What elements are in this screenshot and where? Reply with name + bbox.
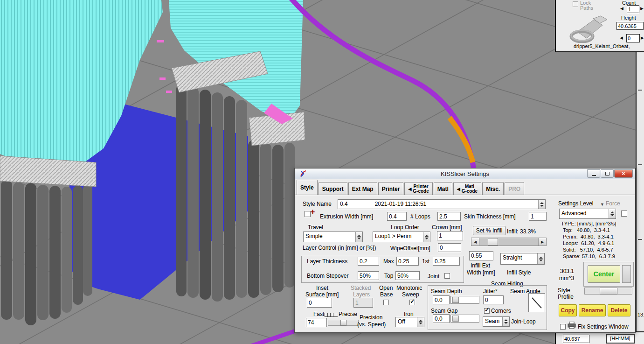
crown-input[interactable] (437, 231, 463, 240)
precision-input[interactable] (306, 318, 327, 327)
corners-checkbox[interactable]: ✓ (484, 308, 490, 314)
spinner-icon[interactable] (537, 253, 544, 264)
tab-printer-gcode[interactable]: ◀ PrinterG-code (404, 182, 432, 195)
fix-settings-checkbox[interactable] (560, 324, 566, 330)
fast-label: Fast (313, 311, 324, 317)
wipe-offset-input[interactable] (438, 243, 461, 252)
spinner-icon[interactable] (417, 317, 424, 327)
total-height-input[interactable] (563, 335, 589, 343)
count-decrement-icon[interactable]: ◀ (620, 6, 623, 11)
joint-checkbox[interactable] (444, 273, 450, 279)
center-button[interactable]: Center (588, 265, 620, 283)
profile-scrollbar-thumb[interactable] (600, 288, 617, 295)
infill-percent-label: Infill: 33.3% (507, 228, 536, 235)
travel-select[interactable]: Simple (303, 232, 363, 242)
infill-style-value: Straight (501, 253, 537, 264)
tab-separator-line (295, 195, 635, 195)
minimize-button[interactable] (587, 169, 600, 178)
precision-slider-thumb[interactable] (340, 320, 346, 326)
copy-button[interactable]: Copy (559, 304, 577, 316)
skin-thickness-input[interactable] (529, 212, 547, 221)
infill-style-select[interactable]: Straight (500, 253, 545, 265)
loop-order-select[interactable]: Loop1 > Perim (373, 232, 430, 242)
speed-line-sparse: Sparse: 57.10, 6.3-7.9 (563, 253, 615, 260)
iron-value: Off (396, 317, 417, 327)
top-stepover-input[interactable] (395, 271, 420, 280)
lock-paths-checkbox[interactable] (573, 1, 578, 7)
maximize-button[interactable] (601, 169, 614, 178)
spinner-icon[interactable] (609, 209, 616, 218)
rename-button[interactable]: Rename (579, 304, 606, 316)
tab-matl-gcode[interactable]: ◀ MatlG-code (453, 182, 481, 195)
spinner-icon[interactable] (538, 200, 545, 209)
settings-level-checkbox[interactable] (621, 211, 627, 217)
center-side-scrollbar[interactable] (622, 265, 631, 283)
num-loops-input[interactable] (437, 212, 461, 221)
iron-label: Iron (404, 311, 414, 317)
iron-select[interactable]: Off (395, 317, 424, 327)
jitter-label: Jitter° (483, 288, 498, 295)
tab-style[interactable]: Style (297, 180, 318, 195)
speed-line-top: Top: 40.80, 3.3-4.1 (563, 227, 610, 233)
extrusion-width-input[interactable] (387, 212, 407, 221)
style-name-select[interactable]: 0.42021-01-19 11:26:51 (338, 199, 546, 209)
precision-label-1: Precision (360, 314, 382, 321)
open-base-label-2: Base (380, 291, 393, 298)
infill-ext-width-input[interactable] (469, 251, 493, 260)
count-increment-icon[interactable]: ▶ (640, 6, 644, 11)
speed-line-solid: Solid: 57.10, 4.6-5.7 (563, 247, 613, 253)
add-style-icon[interactable]: + (311, 209, 315, 215)
profile-scrollbar[interactable] (584, 288, 632, 295)
tab-matl[interactable]: Matl (434, 182, 452, 195)
monotonic-sweep-label-2: Sweep (402, 291, 419, 298)
infill-slider-track[interactable] (479, 238, 539, 246)
layer-thickness-input[interactable] (358, 257, 379, 266)
rotation-input[interactable] (626, 34, 640, 42)
speed-line-perim: Perim: 40.80, 3.3-4.1 (563, 234, 614, 240)
rotation-increment-icon[interactable]: ▶ (641, 35, 644, 41)
tab-support[interactable]: Support (319, 182, 347, 195)
slider-right-icon[interactable]: ▶ (539, 238, 546, 246)
tab-printer[interactable]: Printer (378, 182, 404, 195)
rotation-decrement-icon[interactable]: ◀ (620, 35, 623, 41)
spinner-icon[interactable] (355, 232, 362, 242)
seam-gap-slider[interactable] (450, 315, 479, 323)
infill-ext-label-1: Infill Ext (471, 262, 490, 269)
tab-support-label: Support (322, 186, 344, 192)
tab-misc[interactable]: Misc. (482, 182, 504, 195)
seam-gap-input[interactable] (433, 314, 450, 323)
monotonic-sweep-checkbox[interactable]: ✓ (409, 300, 415, 305)
max-thickness-input[interactable] (396, 257, 419, 266)
first-layer-input[interactable] (433, 257, 460, 266)
seam-depth-slider-thumb[interactable] (452, 297, 459, 303)
dialog-titlebar[interactable]: KISSlicer Settings (295, 168, 635, 179)
seam-angle-widget[interactable] (528, 293, 545, 312)
delete-button[interactable]: Delete (608, 304, 630, 316)
style-add-checkbox[interactable] (305, 211, 311, 217)
inset-surface-input[interactable] (307, 298, 332, 308)
infill-slider[interactable]: ◀ ▶ (471, 238, 547, 246)
slider-left-icon[interactable]: ◀ (471, 238, 479, 246)
jitter-input[interactable] (483, 295, 504, 304)
force-dropdown-icon[interactable]: ▼ (600, 201, 604, 208)
bottom-stepover-input[interactable] (358, 271, 379, 280)
open-base-checkbox[interactable] (383, 300, 389, 305)
seam-depth-slider[interactable] (450, 296, 479, 304)
seam-gap-slider-thumb[interactable] (452, 316, 459, 322)
infill-slider-thumb[interactable] (488, 238, 498, 246)
seam-depth-input[interactable] (433, 295, 450, 304)
height-input[interactable] (616, 22, 644, 30)
precision-slider[interactable] (328, 320, 359, 326)
spinner-icon[interactable] (502, 317, 509, 326)
inset-surface-label-2: Surface [mm] (305, 291, 339, 298)
seam-select[interactable]: Seam (483, 316, 510, 327)
fix-settings-label: Fix Settings Window (578, 323, 629, 330)
count-input[interactable] (627, 5, 639, 13)
tab-ext-map[interactable]: Ext Map (348, 182, 377, 195)
settings-level-select[interactable]: Advanced (559, 209, 616, 219)
force-label[interactable]: Force (606, 200, 620, 207)
spinner-icon[interactable] (423, 232, 430, 242)
close-button[interactable]: × (614, 169, 633, 178)
tab-pro[interactable]: PRO (505, 182, 524, 195)
set-infill-button[interactable]: Set % Infill (473, 226, 506, 235)
